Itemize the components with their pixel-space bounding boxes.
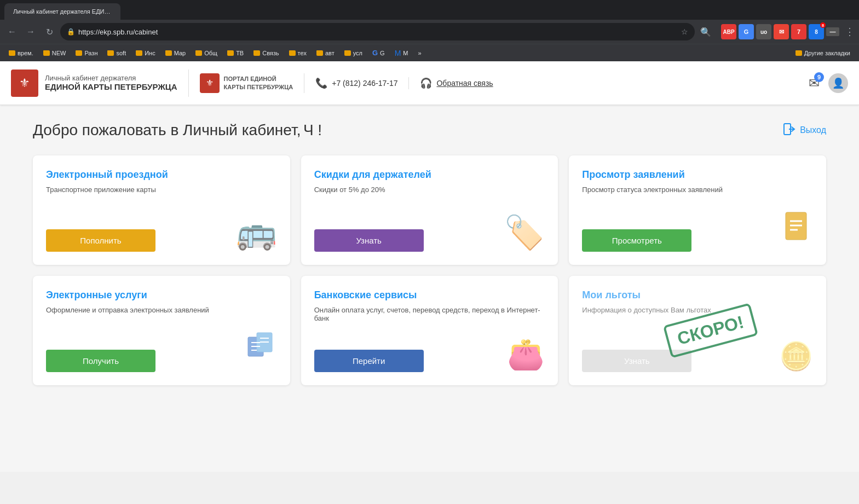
ext-gtrans[interactable]: G xyxy=(739,24,754,39)
forward-button[interactable]: → xyxy=(23,24,38,39)
google-icon: G xyxy=(372,49,378,57)
card-banking-bottom: Перейти 👛 xyxy=(314,337,545,372)
folder-icon xyxy=(165,50,172,56)
user-avatar[interactable]: 👤 xyxy=(828,73,848,93)
card-transport-title: Электронный проездной xyxy=(46,169,277,181)
eservices-button[interactable]: Получить xyxy=(46,350,155,372)
forms-icon xyxy=(247,332,277,372)
ext-7[interactable]: 7 xyxy=(791,24,806,39)
welcome-text-area: Добро пожаловать в Личный кабинет, Ч ! xyxy=(33,121,322,139)
feedback-link[interactable]: Обратная связь xyxy=(436,79,493,88)
card-eservices-title: Электронные услуги xyxy=(46,289,277,302)
card-eservices-bottom: Получить xyxy=(46,332,277,372)
site-header: ⚜ Личный кабинет держателя ЕДИНОЙ КАРТЫ … xyxy=(0,61,859,105)
bookmark-more[interactable]: » xyxy=(414,48,426,59)
address-bar[interactable]: 🔒 https://ekp.spb.ru/cabinet ☆ xyxy=(60,23,695,40)
page-content: ⚜ Личный кабинет держателя ЕДИНОЙ КАРТЫ … xyxy=(0,61,859,472)
mail-bookmark-icon: M xyxy=(395,49,401,57)
welcome-name-suffix: Ч ! xyxy=(303,121,322,138)
folder-icon xyxy=(76,50,82,56)
transport-button[interactable]: Пополнить xyxy=(46,229,155,252)
document-icon xyxy=(783,211,813,252)
wallet-icon: 👛 xyxy=(507,337,545,372)
browser-chrome: Личный кабинет держателя ЕДИНОЙ КАРТЫ ПЕ… xyxy=(0,0,859,61)
bookmark-item[interactable]: NEW xyxy=(39,48,71,59)
card-transport-desc: Транспортное приложение карты xyxy=(46,186,277,202)
portal-section[interactable]: ⚜ ПОРТАЛ ЕДИНОЙКАРТЫ ПЕТЕРБУРЖЦА xyxy=(189,73,305,93)
tab-title: Личный кабинет держателя ЕДИНОЙ КАРТЫ ПЕ… xyxy=(13,8,112,15)
bus-icon: 🚌 xyxy=(236,213,277,252)
card-eservices-desc: Оформление и отправка электронных заявле… xyxy=(46,306,277,321)
folder-icon xyxy=(107,50,114,56)
applications-button[interactable]: Просмотреть xyxy=(582,229,691,252)
logout-icon xyxy=(783,123,795,138)
folder-icon xyxy=(136,50,142,56)
bookmark-item[interactable]: тех xyxy=(285,48,311,59)
back-button[interactable]: ← xyxy=(4,24,20,39)
bookmarks-bar: врем. NEW Разн soft Инс Мар Общ ТВ xyxy=(0,44,859,61)
card-banking-title: Банковские сервисы xyxy=(314,289,545,302)
card-banking: Банковские сервисы Онлайн оплата услуг, … xyxy=(301,276,558,385)
bookmark-item[interactable]: ТВ xyxy=(223,48,248,59)
logo-bottom-text: ЕДИНОЙ КАРТЫ ПЕТЕРБУРЖЦА xyxy=(45,82,177,92)
card-applications-desc: Просмотр статуса электронных заявлений xyxy=(582,186,813,200)
card-discounts-bottom: Узнать 🏷️ xyxy=(314,213,545,252)
folder-icon xyxy=(344,50,351,56)
message-button[interactable]: ✉ 9 xyxy=(809,76,820,91)
browser-tabs: Личный кабинет держателя ЕДИНОЙ КАРТЫ ПЕ… xyxy=(0,0,859,20)
logo-icon: ⚜ xyxy=(11,69,38,97)
other-bookmarks[interactable]: Другие закладки xyxy=(791,48,855,59)
ext-chrome[interactable]: 8 8 xyxy=(809,24,824,39)
discount-tag-icon: 🏷️ xyxy=(504,213,545,252)
bookmark-star-icon[interactable]: ☆ xyxy=(681,27,688,36)
reload-button[interactable]: ↻ xyxy=(42,24,57,39)
portal-text: ПОРТАЛ ЕДИНОЙКАРТЫ ПЕТЕРБУРЖЦА xyxy=(224,75,293,91)
ext-uo[interactable]: uo xyxy=(756,24,771,39)
card-benefits: Мои льготы Информация о доступных Вам ль… xyxy=(569,276,826,385)
folder-icon xyxy=(43,50,50,56)
message-badge: 9 xyxy=(814,72,824,82)
folder-icon xyxy=(9,50,15,56)
url-text: https://ekp.spb.ru/cabinet xyxy=(78,28,678,36)
ext-gmail[interactable]: ✉ xyxy=(774,24,789,39)
bookmark-item[interactable]: Связь xyxy=(249,48,283,59)
browser-menu-button[interactable]: ⋮ xyxy=(845,26,855,38)
other-folder-icon xyxy=(795,50,802,56)
welcome-section: Добро пожаловать в Личный кабинет, Ч ! В… xyxy=(33,121,826,139)
logout-button[interactable]: Выход xyxy=(783,123,826,138)
ext-abp[interactable]: АВР xyxy=(721,24,736,39)
logo-section: ⚜ Личный кабинет держателя ЕДИНОЙ КАРТЫ … xyxy=(11,69,189,97)
folder-icon xyxy=(289,50,296,56)
welcome-greeting: Добро пожаловать в Личный кабинет, xyxy=(33,121,301,138)
bookmark-item[interactable]: G G xyxy=(368,47,389,59)
search-button[interactable]: 🔍 xyxy=(698,24,713,39)
bookmark-item[interactable]: усл xyxy=(340,48,367,59)
header-right: ✉ 9 👤 xyxy=(809,73,848,93)
main-content: Добро пожаловать в Личный кабинет, Ч ! В… xyxy=(0,105,859,402)
bookmark-item[interactable]: soft xyxy=(103,48,130,59)
bookmark-item[interactable]: M M xyxy=(390,47,413,60)
card-applications: Просмотр заявлений Просмотр статуса элек… xyxy=(569,155,826,265)
bookmark-item[interactable]: Инс xyxy=(131,48,159,59)
card-applications-title: Просмотр заявлений xyxy=(582,169,813,181)
bookmark-item[interactable]: Общ xyxy=(191,48,222,59)
browser-tab-active[interactable]: Личный кабинет держателя ЕДИНОЙ КАРТЫ ПЕ… xyxy=(4,3,120,20)
headset-icon: 🎧 xyxy=(420,77,432,89)
card-discounts: Скидки для держателей Скидки от 5% до 20… xyxy=(301,155,558,265)
bookmark-item[interactable]: Мар xyxy=(161,48,191,59)
logout-label: Выход xyxy=(800,125,826,135)
card-transport-bottom: Пополнить 🚌 xyxy=(46,213,277,252)
bookmark-item[interactable]: врем. xyxy=(4,48,38,59)
card-banking-desc: Онлайн оплата услуг, счетов, перевод сре… xyxy=(314,306,545,326)
logo-text: Личный кабинет держателя ЕДИНОЙ КАРТЫ ПЕ… xyxy=(45,74,177,92)
card-transport: Электронный проездной Транспортное прило… xyxy=(33,155,290,265)
ext-profile[interactable]: — xyxy=(826,27,839,36)
bookmark-item[interactable]: Разн xyxy=(71,48,102,59)
banking-button[interactable]: Перейти xyxy=(314,350,424,372)
discounts-button[interactable]: Узнать xyxy=(314,229,424,252)
folder-icon xyxy=(253,50,260,56)
extensions-area: АВР G uo ✉ 7 8 8 — xyxy=(721,24,839,39)
card-eservices: Электронные услуги Оформление и отправка… xyxy=(33,276,290,385)
feedback-section: 🎧 Обратная связь xyxy=(409,77,504,89)
bookmark-item[interactable]: авт xyxy=(312,48,339,59)
